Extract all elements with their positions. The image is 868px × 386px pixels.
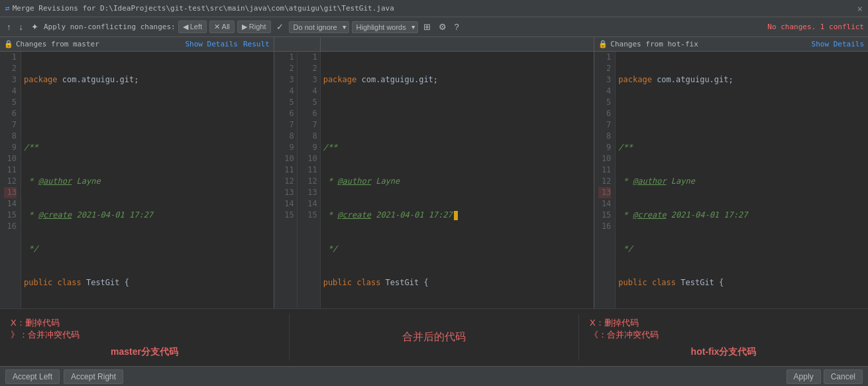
down-button[interactable]: ↓	[17, 21, 27, 33]
ignore-dropdown-wrapper: Do not ignore ▼	[289, 21, 349, 33]
center-line-numbers-header	[274, 37, 321, 51]
center-line-numbers-left: 123 456 789 101112 131415	[274, 52, 298, 308]
check-button[interactable]: ✓	[274, 21, 286, 33]
highlight-dropdown-wrapper: Highlight words ▼	[352, 21, 418, 33]
right-panel-header: 🔒 Changes from hot-fix Show Details	[594, 37, 868, 52]
left-lock-icon: 🔒	[4, 40, 13, 48]
toolbar: ↑ ↓ ✦ Apply non-conflicting changes: ◀ L…	[0, 17, 868, 37]
title-bar: ⇄ Merge Revisions for D:\IdeaProjects\gi…	[0, 0, 868, 17]
annotation-area: X：删掉代码 》：合并冲突代码 master分支代码 合并后的代码 X：删掉代码…	[0, 308, 868, 366]
center-branch-label: 合并后的代码	[300, 330, 568, 344]
result-tab[interactable]: Result	[243, 40, 270, 48]
left-x-annotation: X：删掉代码	[11, 317, 278, 329]
window-title: Merge Revisions for D:\IdeaProjects\git-…	[13, 4, 394, 13]
right-x-annotation: X：删掉代码	[590, 317, 857, 329]
right-line-numbers: 123 456 789 101112 13 141516	[594, 52, 616, 308]
conflict-status: No changes. 1 conflict	[767, 23, 864, 31]
left-annotation-panel: X：删掉代码 》：合并冲突代码 master分支代码	[0, 314, 290, 361]
apply-label: Apply non-conflicting changes:	[44, 23, 176, 31]
right-merge-annotation: 《：合并冲突代码	[590, 329, 857, 341]
left-merge-annotation: 》：合并冲突代码	[11, 329, 278, 341]
columns-button[interactable]: ⊞	[421, 21, 433, 33]
yellow-marker	[454, 211, 458, 220]
left-panel: 123 456 789 101112 13 141516 package com…	[0, 52, 274, 308]
right-apply-button[interactable]: ▶ Right	[237, 21, 271, 33]
accept-right-button[interactable]: Accept Right	[64, 369, 123, 384]
up-button[interactable]: ↑	[4, 21, 14, 33]
bottom-right-buttons: Apply Cancel	[787, 369, 863, 384]
right-panel-title: Changes from hot-fix	[610, 40, 698, 48]
right-annotation-panel: X：删掉代码 《：合并冲突代码 hot-fix分支代码	[579, 314, 868, 361]
cancel-button[interactable]: Cancel	[824, 369, 863, 384]
show-details-left[interactable]: Show Details	[185, 40, 237, 48]
merge-icon: ⇄	[5, 4, 10, 13]
apply-button[interactable]: Apply	[787, 369, 821, 384]
left-branch-label: master分支代码	[11, 346, 278, 358]
right-panel: 123 456 789 101112 13 141516 package com…	[594, 52, 868, 308]
title-bar-content: ⇄ Merge Revisions for D:\IdeaProjects\gi…	[5, 4, 394, 13]
gear-button[interactable]: ⚙	[436, 21, 449, 33]
left-panel-header: 🔒 Changes from master Show Details Resul…	[0, 37, 274, 52]
highlight-dropdown[interactable]: Highlight words	[352, 21, 418, 33]
ignore-dropdown[interactable]: Do not ignore	[289, 21, 349, 33]
left-apply-button[interactable]: ◀ Left	[178, 21, 207, 33]
right-branch-label: hot-fix分支代码	[590, 346, 857, 358]
center-annotation-panel: 合并后的代码	[290, 314, 579, 361]
center-panel-header	[321, 37, 595, 52]
show-details-right[interactable]: Show Details	[812, 40, 864, 48]
close-button[interactable]: ×	[857, 3, 863, 14]
left-code-content: package com.atguigu.git; /** * @author L…	[21, 52, 274, 308]
all-apply-button[interactable]: ✕ All	[209, 21, 235, 33]
magic-button[interactable]: ✦	[28, 21, 41, 33]
right-lock-icon: 🔒	[598, 40, 608, 48]
bottom-bar: Accept Left Accept Right Apply Cancel	[0, 366, 868, 386]
help-button[interactable]: ?	[452, 21, 462, 33]
center-code-content: package com.atguigu.git; /** * @author L…	[321, 52, 594, 308]
right-code-content: package com.atguigu.git; /** * @author L…	[616, 52, 868, 308]
center-line-numbers-right: 123 456 789 101112 131415	[298, 52, 321, 308]
center-panel: package com.atguigu.git; /** * @author L…	[321, 52, 595, 308]
left-panel-title: Changes from master	[16, 40, 99, 48]
bottom-left-buttons: Accept Left Accept Right	[5, 369, 123, 384]
accept-left-button[interactable]: Accept Left	[5, 369, 60, 384]
left-line-numbers: 123 456 789 101112 13 141516	[0, 52, 21, 308]
